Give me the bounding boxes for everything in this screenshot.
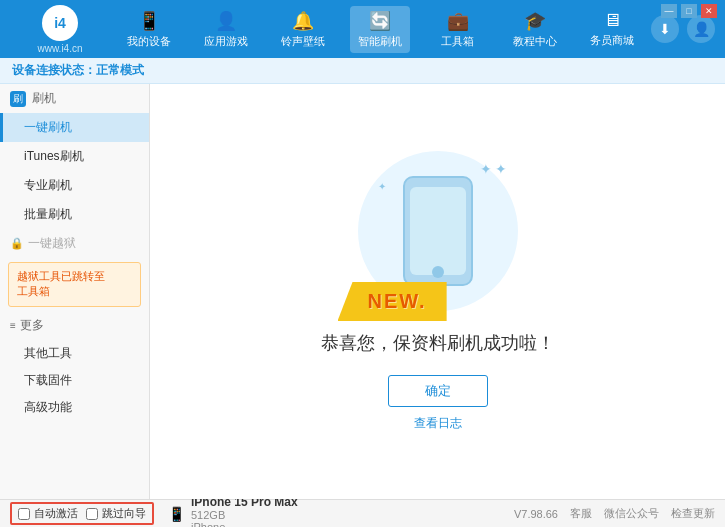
download-button[interactable]: ⬇ [651,15,679,43]
tutorial-icon: 🎓 [524,10,546,32]
new-badge-text: NEW. [368,290,427,312]
flash-section-icon: 刷 [10,91,26,107]
phone-circle: ✦ ✦ ✦ NEW. [358,151,518,311]
apps-games-icon: 👤 [215,10,237,32]
nav-ringtones[interactable]: 🔔 铃声壁纸 [273,6,333,53]
nav-service[interactable]: 🖥 务员商城 [582,6,642,52]
device-type: iPhone [191,521,298,528]
nav-items: 📱 我的设备 👤 应用游戏 🔔 铃声壁纸 🔄 智能刷机 💼 工具箱 🎓 教程中心… [110,6,651,53]
nav-smart-flash[interactable]: 🔄 智能刷机 [350,6,410,53]
guide-label: 跳过向导 [102,506,146,521]
bottom-left: 自动激活 跳过向导 📱 iPhone 15 Pro Max 512GB iPho… [10,495,514,528]
auto-activate-checkbox[interactable] [18,508,30,520]
toolbox-icon: 💼 [447,10,469,32]
sidebar-item-itunes-flash[interactable]: iTunes刷机 [0,142,149,171]
sidebar-more-header: ≡ 更多 [0,311,149,340]
minimize-button[interactable]: — [661,4,677,18]
device-details: iPhone 15 Pro Max 512GB iPhone [191,495,298,528]
sidebar: 刷 刷机 一键刷机 iTunes刷机 专业刷机 批量刷机 🔒 一键越狱 越狱工具… [0,84,150,499]
nav-tutorial[interactable]: 🎓 教程中心 [505,6,565,53]
device-storage: 512GB [191,509,298,521]
main-layout: 刷 刷机 一键刷机 iTunes刷机 专业刷机 批量刷机 🔒 一键越狱 越狱工具… [0,84,725,499]
nav-toolbox[interactable]: 💼 工具箱 [428,6,488,53]
nav-my-device[interactable]: 📱 我的设备 [119,6,179,53]
phone-home-button [432,266,444,278]
auto-activate-label: 自动激活 [34,506,78,521]
logo-icon: i4 [42,5,78,41]
top-right-controls: ⬇ 👤 [651,15,715,43]
status-mode: 正常模式 [96,63,144,77]
bottom-right: V7.98.66 客服 微信公众号 检查更新 [514,506,715,521]
success-message: 恭喜您，保资料刷机成功啦！ [321,331,555,355]
check-update-button[interactable]: 检查更新 [671,506,715,521]
version-label: V7.98.66 [514,508,558,520]
maximize-button[interactable]: □ [681,4,697,18]
sidebar-item-download-firmware[interactable]: 下载固件 [0,367,149,394]
nav-apps-games[interactable]: 👤 应用游戏 [196,6,256,53]
bottom-bar: 自动激活 跳过向导 📱 iPhone 15 Pro Max 512GB iPho… [0,499,725,527]
nav-smart-flash-label: 智能刷机 [358,34,402,49]
sparkle2-icon: ✦ [378,181,386,192]
smart-flash-icon: 🔄 [369,10,391,32]
top-nav-bar: i4 www.i4.cn 📱 我的设备 👤 应用游戏 🔔 铃声壁纸 🔄 智能刷机… [0,0,725,58]
client-button[interactable]: 客服 [570,506,592,521]
guide-checkbox[interactable] [86,508,98,520]
sparkle-icon: ✦ ✦ [480,161,508,177]
status-prefix: 设备连接状态： [12,63,96,77]
auto-activate-area: 自动激活 跳过向导 [10,502,154,525]
sidebar-disabled-jailbreak: 🔒 一键越狱 [0,229,149,258]
log-link[interactable]: 查看日志 [414,415,462,432]
device-info: 📱 iPhone 15 Pro Max 512GB iPhone [168,495,298,528]
sidebar-item-other-tools[interactable]: 其他工具 [0,340,149,367]
sidebar-item-advanced[interactable]: 高级功能 [0,394,149,421]
sidebar-item-batch-flash[interactable]: 批量刷机 [0,200,149,229]
confirm-button[interactable]: 确定 [388,375,488,407]
phone-screen [410,187,466,275]
new-ribbon: NEW. [338,282,447,321]
logo-area: i4 www.i4.cn [10,5,110,54]
device-icon: 📱 [168,506,185,522]
sidebar-item-pro-flash[interactable]: 专业刷机 [0,171,149,200]
status-bar: 设备连接状态：正常模式 [0,58,725,84]
close-button[interactable]: ✕ [701,4,717,18]
nav-service-label: 务员商城 [590,33,634,48]
nav-tutorial-label: 教程中心 [513,34,557,49]
sidebar-item-one-click-flash[interactable]: 一键刷机 [0,113,149,142]
wechat-button[interactable]: 微信公众号 [604,506,659,521]
ringtones-icon: 🔔 [292,10,314,32]
my-device-icon: 📱 [138,10,160,32]
phone-image [403,176,473,286]
user-button[interactable]: 👤 [687,15,715,43]
content-area: ✦ ✦ ✦ NEW. 恭喜您，保资料刷机成功啦！ 确定 查看日志 [150,84,725,499]
logo-subtitle: www.i4.cn [37,43,82,54]
success-illustration: ✦ ✦ ✦ NEW. 恭喜您，保资料刷机成功啦！ 确定 查看日志 [321,151,555,432]
nav-ringtones-label: 铃声壁纸 [281,34,325,49]
sidebar-section-flash: 刷 刷机 [0,84,149,113]
flash-section-label: 刷机 [32,90,56,107]
sidebar-notice: 越狱工具已跳转至工具箱 [8,262,141,307]
service-icon: 🖥 [603,10,621,31]
nav-my-device-label: 我的设备 [127,34,171,49]
nav-apps-games-label: 应用游戏 [204,34,248,49]
nav-toolbox-label: 工具箱 [441,34,474,49]
